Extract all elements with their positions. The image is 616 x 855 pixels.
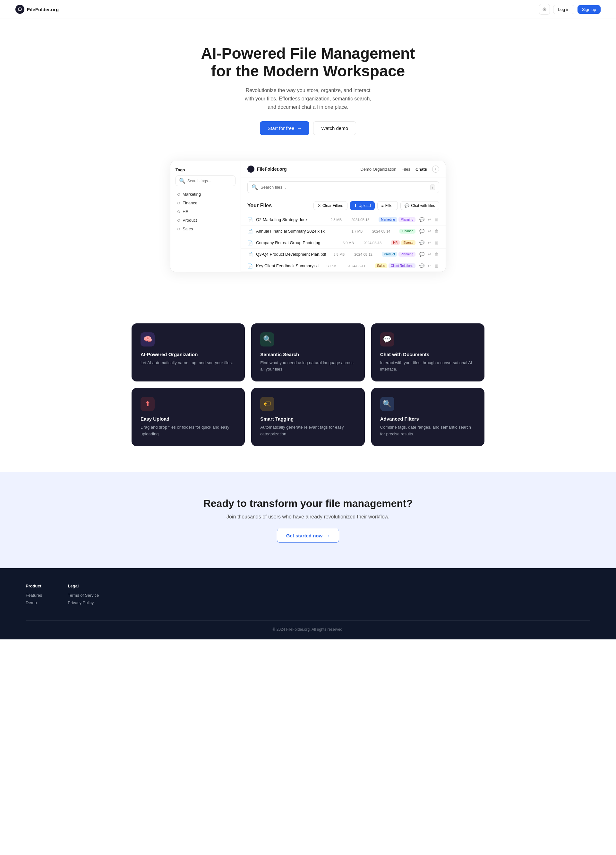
footer-cols: ProductFeaturesDemoLegalTerms of Service… <box>26 584 590 608</box>
table-row[interactable]: 📄 Q3-Q4 Product Development Plan.pdf 3.5… <box>241 249 446 260</box>
sidebar-tag-item[interactable]: Finance <box>176 199 236 207</box>
feature-card-search: 🔍 Semantic Search Find what you need usi… <box>251 323 365 382</box>
signup-button[interactable]: Sign up <box>578 5 601 14</box>
tag-badge: Planning <box>398 252 415 257</box>
cta-title: Ready to transform your file management? <box>6 498 610 509</box>
feature-title-chat: Chat with Documents <box>380 352 475 357</box>
feature-title-search: Semantic Search <box>260 352 356 357</box>
cta-button[interactable]: Get started now → <box>277 529 339 542</box>
footer-link[interactable]: Features <box>26 593 42 598</box>
footer: ProductFeaturesDemoLegalTerms of Service… <box>0 568 616 639</box>
demo-logo-icon <box>247 165 254 173</box>
footer-bottom: © 2024 FileFolder.org. All rights reserv… <box>26 621 590 632</box>
file-actions: 💬 ↩ 🗑 <box>419 251 439 257</box>
demo-main: FileFolder.org Demo Organization Files C… <box>241 161 446 272</box>
footer-link[interactable]: Terms of Service <box>68 593 99 598</box>
sidebar-tag-item[interactable]: Sales <box>176 225 236 233</box>
share-icon[interactable]: ↩ <box>427 251 432 257</box>
delete-icon[interactable]: 🗑 <box>434 240 439 246</box>
file-size: 2.3 MB <box>331 218 348 222</box>
sidebar-tag-item[interactable]: Marketing <box>176 191 236 198</box>
demo-nav-files[interactable]: Files <box>401 167 410 172</box>
feature-icon-search: 🔍 <box>260 332 274 346</box>
file-icon: 📄 <box>247 229 253 234</box>
feature-desc-chat: Interact with your files through a conve… <box>380 360 475 372</box>
tag-dot <box>178 202 180 204</box>
delete-icon[interactable]: 🗑 <box>434 228 439 234</box>
file-name: Key Client Feedback Summary.txt <box>256 264 323 268</box>
clear-filters-button[interactable]: ✕ Clear Filters <box>313 201 348 210</box>
login-button[interactable]: Log in <box>553 5 574 14</box>
comment-icon[interactable]: 💬 <box>419 240 425 246</box>
chat-with-files-button[interactable]: 💬 Chat with files <box>400 201 439 210</box>
share-icon[interactable]: ↩ <box>427 216 432 223</box>
file-date: 2024-05-15 <box>351 218 375 222</box>
delete-icon[interactable]: 🗑 <box>434 251 439 257</box>
comment-icon[interactable]: 💬 <box>419 216 425 223</box>
delete-icon[interactable]: 🗑 <box>434 263 439 269</box>
file-tags: ProductPlanning <box>382 252 415 257</box>
file-name: Company Retreat Group Photo.jpg <box>256 240 339 245</box>
sidebar-tag-label: Product <box>182 218 197 223</box>
feature-title-upload: Easy Upload <box>141 416 236 421</box>
navbar: FileFolder.org ☀ Log in Sign up <box>0 0 616 19</box>
feature-desc-search: Find what you need using natural languag… <box>260 360 356 372</box>
file-actions: 💬 ↩ 🗑 <box>419 216 439 223</box>
start-button[interactable]: Start for free → <box>260 121 309 135</box>
sidebar-tag-label: Sales <box>182 227 193 231</box>
hero-subtitle: Revolutionize the way you store, organiz… <box>241 86 375 111</box>
file-name: Annual Financial Summary 2024.xlsx <box>256 229 348 234</box>
delete-icon[interactable]: 🗑 <box>434 216 439 223</box>
cta-arrow-icon: → <box>325 533 330 538</box>
sidebar-tag-item[interactable]: HR <box>176 208 236 215</box>
feature-icon-upload: ⬆ <box>141 397 155 411</box>
feature-desc-upload: Drag and drop files or folders for quick… <box>141 424 236 437</box>
app-demo-wrapper: Tags 🔍 MarketingFinanceHRProductSales Fi… <box>0 154 616 298</box>
tag-dot <box>178 228 180 230</box>
tag-badge: Events <box>401 240 415 245</box>
feature-title-brain: AI-Powered Organization <box>141 352 236 357</box>
theme-toggle-button[interactable]: ☀ <box>539 4 550 15</box>
file-size: 5.0 MB <box>343 241 360 245</box>
comment-icon[interactable]: 💬 <box>419 263 425 269</box>
sidebar-search-container[interactable]: 🔍 <box>176 176 236 186</box>
app-demo: Tags 🔍 MarketingFinanceHRProductSales Fi… <box>170 161 446 272</box>
filter-button[interactable]: ≡ Filter <box>377 201 398 210</box>
demo-button[interactable]: Watch demo <box>313 121 356 135</box>
feature-icon-brain: 🧠 <box>141 332 155 346</box>
table-row[interactable]: 📄 Company Retreat Group Photo.jpg 5.0 MB… <box>241 237 446 249</box>
tag-badge: Product <box>382 252 397 257</box>
sidebar-tag-item[interactable]: Product <box>176 216 236 224</box>
sidebar-search-input[interactable] <box>187 179 232 183</box>
feature-icon-filter: 🔍 <box>380 397 394 411</box>
file-date: 2024-05-11 <box>348 264 372 268</box>
demo-nav-chats[interactable]: Chats <box>415 167 427 172</box>
comment-icon[interactable]: 💬 <box>419 251 425 257</box>
file-tags: MarketingPlanning <box>378 217 415 222</box>
sidebar-search-icon: 🔍 <box>179 178 185 184</box>
demo-logo: FileFolder.org <box>247 165 287 173</box>
tag-dot <box>178 210 180 213</box>
tag-badge: Sales <box>375 264 387 268</box>
file-icon: 📄 <box>247 217 253 222</box>
demo-nav-org[interactable]: Demo Organization <box>360 167 396 172</box>
demo-header: FileFolder.org Demo Organization Files C… <box>241 161 446 178</box>
upload-button[interactable]: ⬆ Upload <box>350 201 375 210</box>
table-row[interactable]: 📄 Annual Financial Summary 2024.xlsx 1.7… <box>241 225 446 237</box>
footer-link[interactable]: Demo <box>26 600 42 605</box>
footer-link[interactable]: Privacy Policy <box>68 600 99 605</box>
table-row[interactable]: 📄 Q2 Marketing Strategy.docx 2.3 MB 2024… <box>241 214 446 225</box>
table-row[interactable]: 📄 Key Client Feedback Summary.txt 50 KB … <box>241 260 446 272</box>
chat-icon: 💬 <box>405 204 409 208</box>
clear-x-icon: ✕ <box>318 204 321 208</box>
file-size: 3.5 MB <box>334 253 351 256</box>
features-section: 🧠 AI-Powered Organization Let AI automat… <box>0 298 616 472</box>
sidebar-title: Tags <box>176 167 236 172</box>
demo-search-bar[interactable]: 🔍 / <box>247 181 439 193</box>
share-icon[interactable]: ↩ <box>427 263 432 269</box>
comment-icon[interactable]: 💬 <box>419 228 425 234</box>
share-icon[interactable]: ↩ <box>427 240 432 246</box>
info-icon[interactable]: i <box>432 165 439 173</box>
share-icon[interactable]: ↩ <box>427 228 432 234</box>
demo-search-input[interactable] <box>260 185 428 190</box>
